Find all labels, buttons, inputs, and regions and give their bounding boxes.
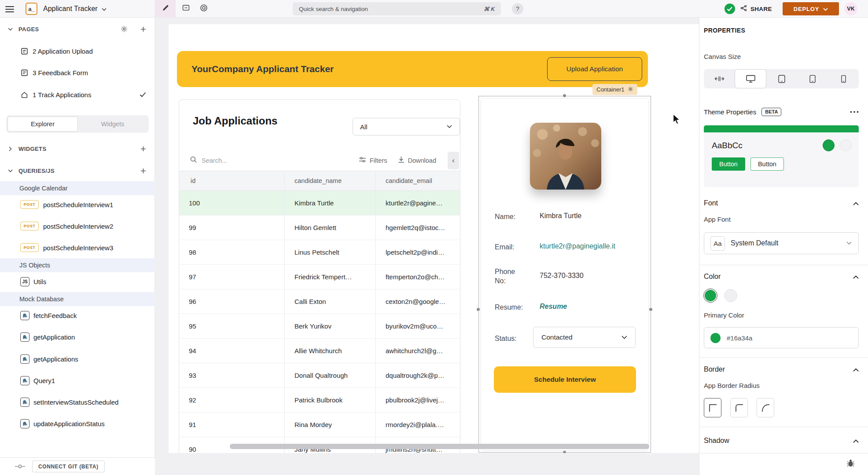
widget-name-tag[interactable]: Container1 bbox=[592, 84, 637, 95]
js-object-utils[interactable]: JS Utils bbox=[0, 275, 155, 288]
add-widget-plus-icon[interactable] bbox=[140, 146, 146, 152]
app-title-menu[interactable]: Applicant Tracker bbox=[43, 0, 107, 18]
hamburger-menu-icon[interactable] bbox=[5, 4, 15, 13]
table-row[interactable]: 92 Patrick Bulbrook pbulbrook2j@livej… bbox=[179, 388, 460, 413]
widget-settings-gear-icon[interactable] bbox=[628, 86, 633, 93]
table-row[interactable]: 99 Hilton Gemlett hgemlett2q@istoc… bbox=[179, 216, 460, 240]
query-item-getapplication[interactable]: getApplication bbox=[0, 330, 155, 343]
query-label: updateApplicationStatus bbox=[33, 420, 105, 428]
resize-handle-left[interactable] bbox=[476, 307, 480, 311]
queries-section-header[interactable]: QUERIES/JS bbox=[0, 164, 155, 177]
query-item-postscheduleinterview3[interactable]: POST postScheduleInterview3 bbox=[0, 241, 155, 254]
query-label: postScheduleInterview1 bbox=[43, 201, 113, 208]
border-section-header[interactable]: Border bbox=[704, 363, 859, 376]
query-item-postscheduleinterview1[interactable]: POST postScheduleInterview1 bbox=[0, 198, 155, 211]
table-row[interactable]: 95 Berk Yurikov byurikov2m@uco… bbox=[179, 314, 460, 339]
column-header-id[interactable]: id bbox=[179, 171, 284, 190]
canvas-size-desktop-icon[interactable] bbox=[735, 69, 766, 88]
share-button[interactable]: SHARE bbox=[740, 0, 772, 18]
page-icon bbox=[20, 48, 28, 55]
canvas-size-tablet-icon[interactable] bbox=[797, 69, 828, 88]
filters-button[interactable]: Filters bbox=[359, 157, 387, 164]
border-radius-small-button[interactable] bbox=[730, 398, 748, 417]
pages-settings-gear-icon[interactable] bbox=[121, 26, 128, 33]
sidebar-page-feedback-form[interactable]: 3 Feeedback Form bbox=[0, 66, 155, 79]
border-radius-none-button[interactable] bbox=[704, 398, 721, 417]
upload-application-button[interactable]: Upload Application bbox=[547, 57, 642, 81]
quick-search-input[interactable]: Quick search & navigation ⌘ K bbox=[293, 2, 501, 15]
deploy-button[interactable]: DEPLOY bbox=[783, 2, 839, 15]
connect-git-bar[interactable]: CONNECT GIT (BETA) bbox=[0, 457, 155, 475]
color-swatch-light[interactable] bbox=[724, 289, 737, 302]
theme-more-menu-icon[interactable] bbox=[850, 111, 859, 113]
table-row[interactable]: 98 Linus Petschelt lpetschelt2p@indi… bbox=[179, 240, 460, 265]
add-query-plus-icon[interactable] bbox=[140, 168, 146, 174]
table-row[interactable]: 91 Rina Mordey rmordey2i@plala.… bbox=[179, 413, 460, 437]
resize-handle-right[interactable] bbox=[649, 307, 653, 311]
resume-link[interactable]: Resume bbox=[540, 303, 567, 311]
canvas-size-fluid-icon[interactable] bbox=[704, 69, 735, 88]
sidebar-page-track-applications[interactable]: 1 Track Applications bbox=[0, 88, 155, 101]
status-dropdown[interactable]: Contacted bbox=[533, 327, 636, 348]
view-mode-button[interactable] bbox=[195, 0, 213, 18]
app-page-artboard[interactable]: YourCompany Applicant Tracker Upload App… bbox=[169, 24, 699, 453]
column-header-candidate-name[interactable]: candidate_name bbox=[284, 171, 375, 190]
column-header-candidate-email[interactable]: candidate_email bbox=[375, 171, 460, 190]
tab-widgets[interactable]: Widgets bbox=[78, 117, 147, 132]
theme-color-dot-green[interactable] bbox=[823, 139, 835, 151]
query-item-postscheduleinterview2[interactable]: POST postScheduleInterview2 bbox=[0, 219, 155, 233]
table-row[interactable]: 94 Allie Whitchurch awhitchurch2l@g… bbox=[179, 339, 460, 363]
edit-mode-button[interactable] bbox=[155, 0, 176, 18]
group-js-objects[interactable]: JS Objects bbox=[0, 258, 155, 272]
collapse-pane-button[interactable]: ‹ bbox=[448, 152, 459, 169]
query-item-updateapplicationstatus[interactable]: updateApplicationStatus bbox=[0, 417, 155, 430]
chevron-up-icon bbox=[853, 273, 859, 281]
canvas-area[interactable]: YourCompany Applicant Tracker Upload App… bbox=[155, 18, 699, 475]
canvas-size-phone-icon[interactable] bbox=[828, 69, 859, 88]
status-filter-dropdown[interactable]: All bbox=[353, 118, 460, 135]
user-avatar[interactable]: VK bbox=[844, 2, 857, 15]
shadow-section-header[interactable]: Shadow bbox=[704, 435, 859, 447]
table-row[interactable]: 100 Kimbra Turtle kturtle2r@pagine… bbox=[179, 191, 460, 216]
color-swatch-green[interactable] bbox=[704, 289, 717, 302]
quick-search-placeholder: Quick search & navigation bbox=[299, 6, 368, 12]
border-radius-large-button[interactable] bbox=[757, 398, 774, 417]
font-section-header[interactable]: Font bbox=[704, 197, 859, 209]
schedule-interview-button[interactable]: Schedule Interview bbox=[494, 366, 636, 393]
help-button[interactable]: ? bbox=[512, 3, 523, 15]
divider bbox=[699, 265, 868, 265]
table-row[interactable]: 96 Calli Exton cexton2n@google… bbox=[179, 289, 460, 314]
add-page-plus-icon[interactable] bbox=[140, 26, 146, 32]
job-applications-table-widget[interactable]: Job Applications All Search... Filters D… bbox=[179, 99, 460, 453]
postgres-icon bbox=[20, 376, 29, 385]
theme-color-dot-light[interactable] bbox=[840, 139, 852, 151]
resize-handle-top[interactable] bbox=[563, 94, 566, 98]
tab-explorer[interactable]: Explorer bbox=[7, 117, 78, 132]
download-button[interactable]: Download bbox=[398, 156, 437, 164]
query-item-query1[interactable]: Query1 bbox=[0, 374, 155, 387]
table-row[interactable]: 93 Donall Qualtrough dqualtrough2k@p… bbox=[179, 363, 460, 388]
color-section-header[interactable]: Color bbox=[704, 270, 859, 283]
debug-bug-icon[interactable] bbox=[846, 459, 855, 469]
email-link[interactable]: kturtle2r@paginegialle.it bbox=[540, 242, 615, 250]
app-font-select[interactable]: Aa System Default bbox=[704, 232, 859, 254]
candidate-detail-container[interactable]: Name: Kimbra Turtle Email: kturtle2r@pag… bbox=[481, 98, 649, 450]
status-filter-value: All bbox=[360, 123, 368, 131]
widgets-section-header[interactable]: WIDGETS bbox=[0, 142, 155, 155]
chevron-up-icon bbox=[853, 437, 859, 445]
horizontal-scrollbar[interactable] bbox=[230, 444, 649, 449]
comment-mode-button[interactable] bbox=[177, 0, 195, 18]
query-item-fetchfeedback[interactable]: fetchFeedback bbox=[0, 309, 155, 322]
group-mock-database[interactable]: Mock Database bbox=[0, 292, 155, 306]
query-item-setinterviewstatusscheduled[interactable]: setInterviewStatusScheduled bbox=[0, 395, 155, 409]
query-item-getapplications[interactable]: getApplications bbox=[0, 352, 155, 365]
pages-section-header[interactable]: PAGES bbox=[0, 22, 155, 36]
canvas-size-tablet-large-icon[interactable] bbox=[766, 69, 797, 88]
group-google-calendar[interactable]: Google Calendar bbox=[0, 181, 155, 195]
resize-handle-bottom[interactable] bbox=[563, 450, 566, 453]
sidebar-page-application-upload[interactable]: 2 Application Upload bbox=[0, 44, 155, 58]
table-row[interactable]: 97 Friedrick Tempert… ftemperton2o@ch… bbox=[179, 265, 460, 289]
primary-color-input[interactable]: #16a34a bbox=[704, 327, 859, 348]
table-search-input[interactable]: Search... bbox=[202, 157, 227, 164]
app-header-banner[interactable]: YourCompany Applicant Tracker Upload App… bbox=[177, 51, 648, 87]
